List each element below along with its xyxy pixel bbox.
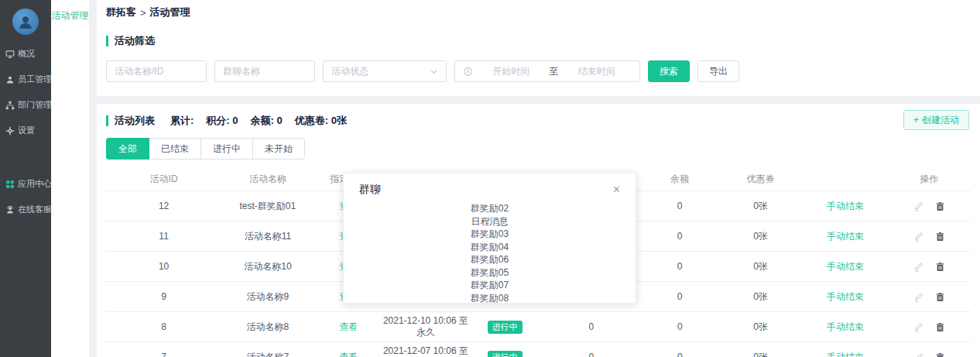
breadcrumb-current: 活动管理 (150, 5, 190, 19)
status-cell: 进行中 (468, 351, 541, 357)
activity-name-cell: 活动名称11 (221, 230, 314, 243)
avatar[interactable] (12, 9, 39, 35)
manual-end-link[interactable]: 手动结束 (827, 261, 864, 272)
manual-end-link[interactable]: 手动结束 (827, 201, 864, 211)
activity-name-cell: 活动名称10 (221, 260, 314, 273)
time-start: 2021-12-10 10:06 至 (383, 315, 468, 327)
activity-id-cell: 7 (106, 352, 221, 357)
edit-button[interactable] (913, 201, 923, 211)
summary-balance: 余额: 0 (251, 114, 283, 128)
chevron-down-icon (430, 67, 438, 76)
points-cell: 0 (541, 352, 641, 357)
sidebar-item-customer-service[interactable]: 在线客服 (0, 197, 51, 222)
group-chat-item: 群奖励08 (344, 292, 636, 305)
status-select-placeholder: 活动状态 (331, 65, 368, 78)
delete-button[interactable] (935, 201, 945, 211)
table-row: 8 活动名称8 查看 2021-12-10 10:06 至 永久 进行中 0 0… (106, 312, 971, 342)
export-button[interactable]: 导出 (697, 60, 739, 82)
app-center-icon (5, 180, 15, 189)
close-icon[interactable]: × (613, 184, 620, 196)
breadcrumb-parent[interactable]: 群拓客 (106, 5, 136, 19)
sidebar-item-settings[interactable]: 设置 (0, 118, 51, 143)
group-chat-item: 群奖励04 (344, 241, 636, 254)
tab-2[interactable]: 进行中 (200, 138, 253, 160)
tab-1[interactable]: 已结束 (149, 138, 201, 160)
column-header: 活动ID (106, 173, 221, 186)
edit-pencil-icon (913, 201, 923, 211)
edit-button[interactable] (913, 262, 923, 272)
edit-button[interactable] (913, 292, 923, 302)
actions-cell (888, 201, 971, 211)
group-chat-item: 群奖励02 (344, 202, 636, 215)
coupon-cell: 0张 (718, 321, 803, 334)
sidebar-item-app-center[interactable]: 应用中心 (0, 171, 51, 197)
column-header: 操作 (888, 173, 971, 186)
time-end: 永久 (383, 327, 468, 338)
sidebar-item-departments[interactable]: 部门管理 (0, 92, 51, 118)
secondary-sidebar: 活动管理 (51, 0, 89, 357)
list-title: 活动列表 (106, 114, 155, 128)
actions-cell (888, 232, 971, 242)
breadcrumb-separator: > (140, 7, 146, 19)
group-chat-item: 群奖励03 (344, 228, 636, 241)
view-group-link[interactable]: 查看 (339, 321, 358, 332)
summary-stats: 累计: 积分: 0 余额: 0 优惠卷: 0张 (170, 114, 347, 128)
edit-button[interactable] (913, 352, 923, 357)
balance-cell: 0 (642, 321, 718, 332)
date-range-separator: 至 (550, 65, 559, 78)
search-button[interactable]: 搜索 (648, 60, 690, 82)
sidebar-item-label: 在线客服 (18, 204, 52, 215)
balance-cell: 0 (641, 261, 718, 272)
settings-gear-icon (5, 126, 15, 136)
balance-cell: 0 (642, 352, 718, 357)
manual-end-cell: 手动结束 (803, 290, 887, 304)
edit-pencil-icon (913, 352, 923, 357)
start-time-placeholder: 开始时间 (476, 65, 547, 78)
primary-nav: 概况 员工管理 部门管理 设置 (0, 41, 51, 222)
sidebar-item-label: 概况 (18, 48, 35, 60)
tab-0[interactable]: 全部 (106, 138, 149, 160)
departments-icon (5, 101, 15, 110)
trash-icon (935, 201, 945, 211)
activity-status-select[interactable]: 活动状态 (323, 60, 447, 82)
sidebar-item-overview[interactable]: 概况 (0, 41, 51, 67)
sidebar-item-label: 设置 (18, 125, 35, 136)
section-divider (97, 96, 980, 104)
modal-title: 群聊 (359, 183, 381, 197)
tab-3[interactable]: 未开始 (252, 138, 305, 160)
sidebar-item-label: 应用中心 (18, 178, 52, 190)
manual-end-link[interactable]: 手动结束 (827, 352, 864, 357)
manual-end-link[interactable]: 手动结束 (827, 231, 864, 242)
delete-button[interactable] (935, 292, 945, 302)
delete-button[interactable] (935, 232, 945, 242)
sidebar-item-employees[interactable]: 员工管理 (0, 67, 51, 92)
sidebar-group-gap (0, 143, 51, 171)
trash-icon (935, 352, 945, 357)
actions-cell (888, 322, 971, 332)
sidebar-item-label: 员工管理 (18, 74, 52, 85)
subnav-item-activity-management[interactable]: 活动管理 (51, 9, 89, 22)
status-badge: 进行中 (488, 351, 523, 357)
manual-end-link[interactable]: 手动结束 (827, 321, 864, 332)
activity-name-input[interactable] (106, 60, 207, 82)
trash-icon (935, 322, 945, 332)
activity-name-cell: 活动名称7 (221, 351, 314, 357)
status-filter-tabs: 全部已结束进行中未开始 (106, 138, 971, 160)
date-range-picker[interactable]: 开始时间 至 结束时间 (454, 60, 640, 82)
group-name-input[interactable] (214, 60, 315, 82)
clock-icon (463, 67, 473, 77)
filter-row: 活动状态 开始时间 至 结束时间 搜索 导出 (106, 60, 971, 96)
delete-button[interactable] (935, 262, 945, 272)
coupon-cell: 0张 (718, 200, 803, 213)
edit-button[interactable] (913, 232, 923, 242)
delete-button[interactable] (935, 352, 945, 357)
summary-coupons: 优惠卷: 0张 (295, 114, 347, 128)
edit-button[interactable] (913, 322, 923, 332)
delete-button[interactable] (935, 322, 945, 332)
create-activity-button[interactable]: + 创建活动 (903, 110, 969, 130)
table-row: 7 活动名称7 查看 2021-12-07 10:06 至 永久 进行中 0 0… (106, 342, 971, 357)
edit-pencil-icon (913, 322, 923, 332)
manual-end-link[interactable]: 手动结束 (827, 291, 864, 302)
view-group-link[interactable]: 查看 (339, 352, 358, 357)
column-header: 余额 (641, 173, 718, 186)
